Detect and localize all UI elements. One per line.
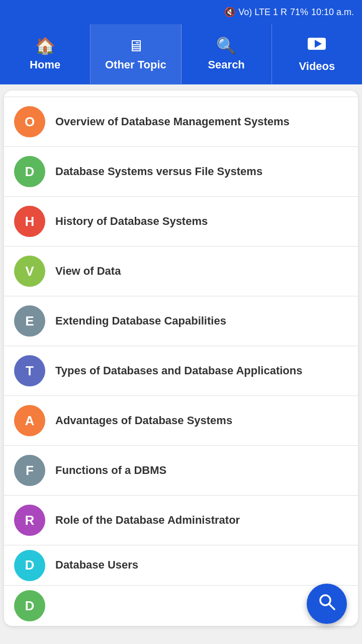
- list-item[interactable]: VView of Data: [4, 247, 358, 296]
- time-text: 10:10 a.m.: [311, 7, 354, 18]
- item-title: Types of Databases and Database Applicat…: [55, 364, 348, 378]
- nav-bar: 🏠 Home 🖥 Other Topic 🔍 Search Videos: [0, 24, 362, 85]
- search-nav-icon: 🔍: [216, 36, 236, 55]
- fab-search-button[interactable]: [307, 584, 347, 624]
- avatar: H: [14, 206, 45, 237]
- avatar: R: [14, 505, 45, 536]
- nav-videos[interactable]: Videos: [272, 24, 362, 84]
- nav-other-topic[interactable]: 🖥 Other Topic: [90, 24, 181, 84]
- status-bar: 🔇 Vo) LTE 1 R 71% 10:10 a.m.: [0, 0, 362, 24]
- list-item[interactable]: FFunctions of a DBMS: [4, 446, 358, 496]
- videos-icon: [308, 35, 326, 57]
- avatar: D: [14, 590, 45, 621]
- list-item[interactable]: OOverview of Database Management Systems: [4, 97, 358, 147]
- list-item[interactable]: TTypes of Databases and Database Applica…: [4, 346, 358, 396]
- avatar: D: [14, 550, 45, 581]
- item-title: Database Users: [55, 558, 348, 573]
- svg-line-3: [329, 604, 335, 609]
- videos-label: Videos: [299, 60, 335, 73]
- item-title: Advantages of Database Systems: [55, 414, 348, 428]
- avatar: A: [14, 405, 45, 436]
- list-item[interactable]: HHistory of Database Systems: [4, 197, 358, 247]
- battery-text: 71%: [290, 7, 308, 18]
- list-item[interactable]: DDatabase Systems versus File Systems: [4, 147, 358, 197]
- avatar: T: [14, 355, 45, 386]
- item-title: History of Database Systems: [55, 214, 348, 229]
- signal-icon: Vo) LTE 1 R: [238, 7, 287, 18]
- home-label: Home: [30, 58, 60, 71]
- list-item[interactable]: RRole of the Database Administrator: [4, 496, 358, 545]
- item-title: Functions of a DBMS: [55, 463, 348, 478]
- avatar: D: [14, 156, 45, 187]
- avatar: F: [14, 455, 45, 486]
- item-title: View of Data: [55, 264, 348, 279]
- item-title: Role of the Database Administrator: [55, 513, 348, 528]
- avatar: V: [14, 256, 45, 287]
- avatar: E: [14, 305, 45, 337]
- item-title: Extending Database Capabilities: [55, 314, 348, 329]
- nav-home[interactable]: 🏠 Home: [0, 24, 90, 84]
- avatar: O: [14, 106, 45, 137]
- content-area: OOverview of Database Management Systems…: [4, 91, 358, 626]
- item-title: Overview of Database Management Systems: [55, 115, 348, 129]
- fab-search-icon: [317, 592, 336, 616]
- list-item[interactable]: DDatabase Users: [4, 545, 358, 586]
- other-topic-label: Other Topic: [105, 58, 166, 71]
- item-title: Database Systems versus File Systems: [55, 165, 348, 179]
- list-item-partial: D: [4, 586, 358, 626]
- status-icons: 🔇 Vo) LTE 1 R 71% 10:10 a.m.: [224, 7, 354, 18]
- search-label: Search: [208, 58, 244, 71]
- list-item[interactable]: AAdvantages of Database Systems: [4, 396, 358, 446]
- mute-icon: 🔇: [224, 7, 235, 18]
- nav-search[interactable]: 🔍 Search: [182, 24, 272, 84]
- home-icon: 🏠: [35, 36, 55, 55]
- list-item[interactable]: EExtending Database Capabilities: [4, 296, 358, 346]
- other-topic-icon: 🖥: [128, 37, 144, 55]
